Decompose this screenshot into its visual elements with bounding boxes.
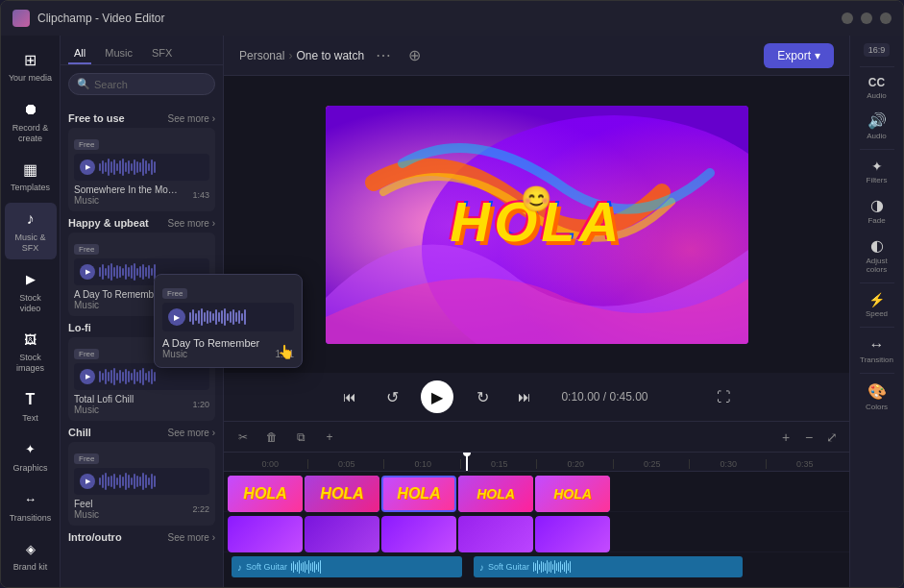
sidebar-item-label: Stock video <box>9 293 53 314</box>
sidebar-item-graphics[interactable]: ✦ Graphics <box>5 433 57 479</box>
audio-clip-1[interactable]: ♪ Soft Guitar <box>232 556 462 577</box>
see-more-intro[interactable]: See more › <box>168 532 215 543</box>
tooltip-name: A Day To Remember <box>162 337 294 349</box>
more-options-button[interactable]: ⋯ <box>372 44 395 67</box>
audio-item-somewhere[interactable]: Free ▶ <box>68 128 215 211</box>
right-panel-transition[interactable]: ↔ Transition <box>855 331 899 369</box>
skip-forward-button[interactable]: ⏭ <box>511 383 538 410</box>
video-hola-overlay: HOLA 😊 <box>450 194 623 250</box>
app-title: Clipchamp - Video Editor <box>37 12 165 25</box>
right-panel-speed[interactable]: ⚡ Speed <box>855 287 899 323</box>
play-button-small[interactable]: ▶ <box>80 264 95 280</box>
sidebar-item-transitions[interactable]: ↔ Transitions <box>5 483 57 529</box>
ruler-mark-5: 0:05 <box>307 459 384 469</box>
right-label-filters: Filters <box>867 176 888 184</box>
audio-item-feel[interactable]: Free ▶ <box>68 442 215 526</box>
divider <box>860 327 894 328</box>
play-button-small[interactable]: ▶ <box>80 159 95 175</box>
sidebar-item-templates[interactable]: ▦ Templates <box>5 153 57 199</box>
video-clip-2[interactable]: HOLA <box>305 476 379 512</box>
right-panel-colors[interactable]: 🎨 Colors <box>855 378 899 416</box>
playhead[interactable] <box>466 453 468 471</box>
skip-back-button[interactable]: ⏮ <box>336 383 363 410</box>
broll-clip-3[interactable] <box>381 516 456 552</box>
section-header-chill: Chill See more › <box>68 427 215 438</box>
ruler-mark-10: 0:10 <box>383 459 460 469</box>
right-panel-audio[interactable]: 🔊 Audio <box>855 107 899 145</box>
share-button[interactable]: ⊕ <box>403 44 426 67</box>
tab-all[interactable]: All <box>68 43 91 64</box>
ruler-mark-0: 0:00 <box>232 459 307 469</box>
templates-icon: ▦ <box>20 159 41 180</box>
video-clip-5[interactable]: HOLA <box>535 476 610 512</box>
tab-sfx[interactable]: SFX <box>146 43 178 64</box>
sidebar: ⊞ Your media ⏺ Record & create ▦ Templat… <box>1 36 61 588</box>
waveform-bars <box>99 472 204 491</box>
aspect-ratio-button[interactable]: 16:9 <box>864 43 891 57</box>
export-button[interactable]: Export ▾ <box>764 43 834 68</box>
duplicate-tool-button[interactable]: ⧉ <box>289 426 312 449</box>
play-pause-button[interactable]: ▶ <box>421 380 453 413</box>
search-input[interactable] <box>94 79 207 90</box>
broll-clip-1[interactable] <box>228 516 303 552</box>
stock-images-icon: 🖼 <box>20 329 41 350</box>
tab-music[interactable]: Music <box>99 43 138 64</box>
see-more-free[interactable]: See more › <box>168 113 215 124</box>
tooltip-play-button[interactable]: ▶ <box>168 308 185 326</box>
zoom-fit-button[interactable]: ⤢ <box>822 428 842 447</box>
time-ruler: 0:00 0:05 0:10 0:15 0:20 0:25 0:30 0:35 <box>224 453 849 472</box>
broll-clip-2[interactable] <box>305 516 379 552</box>
sidebar-item-text[interactable]: T Text <box>5 383 57 429</box>
close-button[interactable]: ✕ <box>880 12 892 24</box>
section-header-intro: Intro/outro See more › <box>68 531 215 543</box>
center-content: Personal › One to watch ⋯ ⊕ Export ▾ <box>224 36 849 588</box>
music-note-icon: ♪ <box>237 562 242 573</box>
filters-icon: ✦ <box>871 159 883 174</box>
add-media-tool-button[interactable]: + <box>318 426 341 449</box>
zoom-in-button[interactable]: + <box>776 428 795 447</box>
sidebar-item-record-create[interactable]: ⏺ Record & create <box>5 93 57 150</box>
see-more-happy[interactable]: See more › <box>168 218 215 229</box>
see-more-chill[interactable]: See more › <box>168 428 215 438</box>
sidebar-item-label: Transitions <box>10 513 52 524</box>
fade-icon: ◑ <box>870 196 884 214</box>
sidebar-item-music-sfx[interactable]: ♪ Music & SFX <box>5 203 57 259</box>
sidebar-item-label: Graphics <box>12 463 47 474</box>
sidebar-item-stock-images[interactable]: 🖼 Stock images <box>5 323 57 380</box>
video-clip-4[interactable]: HOLA <box>458 476 533 512</box>
play-button-small[interactable]: ▶ <box>80 369 95 384</box>
rewind-button[interactable]: ↺ <box>379 383 405 410</box>
window-controls: — □ ✕ <box>842 12 892 24</box>
tooltip-waveform-bars <box>189 306 288 328</box>
sidebar-item-stock-video[interactable]: ▶ Stock video <box>5 263 57 320</box>
fullscreen-button[interactable]: ⛶ <box>710 383 737 410</box>
right-panel-cc[interactable]: CC Audio <box>855 71 899 105</box>
delete-tool-button[interactable]: 🗑 <box>260 426 283 449</box>
adjust-colors-icon: ◐ <box>870 236 884 255</box>
transition-icon: ↔ <box>869 336 885 354</box>
sidebar-item-your-media[interactable]: ⊞ Your media <box>5 43 57 89</box>
play-button-small[interactable]: ▶ <box>80 474 95 489</box>
zoom-out-button[interactable]: − <box>799 428 818 447</box>
right-panel-adjust-colors[interactable]: ◐ Adjust colors <box>855 232 899 279</box>
cut-tool-button[interactable]: ✂ <box>232 426 255 449</box>
video-clip-3[interactable]: HOLA <box>381 476 456 512</box>
audio-clip-2[interactable]: ♪ Soft Guitar <box>474 556 743 577</box>
search-icon: 🔍 <box>77 78 90 90</box>
sidebar-item-brand-kit[interactable]: ◈ Brand kit <box>5 532 57 578</box>
forward-button[interactable]: ↻ <box>469 383 496 410</box>
audio-duration: 1:20 <box>192 400 209 409</box>
minimize-button[interactable]: — <box>842 12 853 24</box>
audio-waveform-track <box>291 561 456 573</box>
cursor-icon: 👆 <box>278 344 294 359</box>
right-panel-filters[interactable]: ✦ Filters <box>855 154 899 189</box>
audio-info: Somewhere In the Mountain... Music 1:43 <box>74 184 209 206</box>
broll-track-clips <box>224 514 849 551</box>
broll-clip-5[interactable] <box>535 516 610 552</box>
text-icon: T <box>20 389 41 410</box>
broll-clip-4[interactable] <box>458 516 533 552</box>
right-panel-fade[interactable]: ◑ Fade <box>855 191 899 230</box>
time-display: 0:10.00 / 0:45.00 <box>561 390 647 404</box>
maximize-button[interactable]: □ <box>861 12 872 24</box>
video-clip-1[interactable]: HOLA <box>228 476 303 512</box>
